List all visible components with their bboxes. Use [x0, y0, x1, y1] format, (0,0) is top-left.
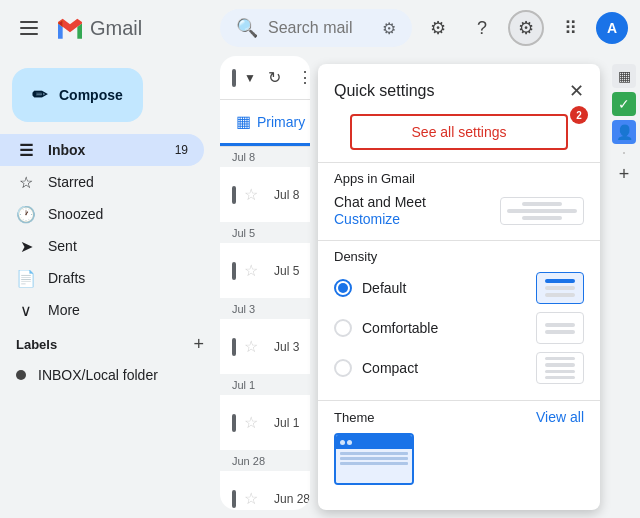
email-row[interactable]: ☆ S... As... Jul 1 [220, 395, 310, 451]
preview-line [545, 363, 575, 366]
sidebar-item-more[interactable]: ∨ More [0, 294, 204, 326]
sliders-icon: ⚙ [430, 17, 446, 39]
email-date: Jun 28 [274, 492, 310, 506]
compose-label: Compose [59, 87, 123, 103]
preview-line [545, 357, 575, 360]
density-label-compact: Compact [362, 360, 418, 376]
star-button[interactable]: ☆ [244, 337, 258, 356]
avatar[interactable]: A [596, 12, 628, 44]
sidebar-item-starred[interactable]: ☆ Starred [0, 166, 204, 198]
theme-preview[interactable] [334, 433, 414, 485]
star-button[interactable]: ☆ [244, 185, 258, 204]
date-group-label: Jul 8 [220, 147, 310, 167]
search-bar[interactable]: 🔍 ⚙ [220, 9, 412, 47]
sidebar-item-snoozed[interactable]: 🕐 Snoozed [0, 198, 204, 230]
toolbar-divider [623, 152, 625, 154]
hamburger-button[interactable] [12, 13, 46, 43]
search-input[interactable] [268, 19, 372, 37]
refresh-button[interactable]: ↻ [264, 64, 285, 91]
density-preview-comfortable [536, 312, 584, 344]
star-button[interactable]: ☆ [244, 489, 258, 508]
tasks-icon: ✓ [618, 96, 630, 112]
compose-button[interactable]: ✏ Compose [12, 68, 143, 122]
label-name: INBOX/Local folder [38, 367, 158, 383]
tab-primary[interactable]: ▦ Primary [220, 100, 310, 146]
density-option-default[interactable]: Default [334, 272, 584, 304]
pencil-icon: ✏ [32, 84, 47, 106]
star-button[interactable]: ☆ [244, 413, 258, 432]
preview-line [545, 330, 575, 334]
email-row[interactable]: ☆ M... As... Jun 28 [220, 471, 310, 510]
rt-calendar-button[interactable]: ▦ [612, 64, 636, 88]
sidebar-item-drafts[interactable]: 📄 Drafts [0, 262, 204, 294]
density-radio-comfortable[interactable] [334, 319, 352, 337]
filter-icon[interactable]: ⚙ [382, 19, 396, 38]
sidebar-item-sent[interactable]: ➤ Sent [0, 230, 204, 262]
email-row[interactable]: ☆ R... As , Jul 5 [220, 243, 310, 299]
theme-top-bar [336, 435, 412, 449]
preview-line [522, 216, 562, 220]
sidebar: ✏ Compose ☰ Inbox 19 ☆ Starred 🕐 Snoozed… [0, 56, 220, 518]
topbar-right: ⚙ ? ⚙ ⠿ A [420, 10, 628, 46]
see-all-settings-button[interactable]: See all settings [350, 114, 568, 150]
sidebar-item-label: More [48, 302, 188, 318]
help-button[interactable]: ? [464, 10, 500, 46]
label-inbox-local[interactable]: INBOX/Local folder [0, 359, 204, 391]
chevron-down-icon[interactable]: ▼ [244, 71, 256, 85]
gear-icon: ⚙ [518, 17, 534, 39]
contacts-icon: 👤 [616, 124, 633, 140]
email-checkbox[interactable] [232, 490, 236, 508]
email-row[interactable]: ☆ G... I d... Jul 8 [220, 167, 310, 223]
density-radio-default[interactable] [334, 279, 352, 297]
sidebar-item-inbox[interactable]: ☰ Inbox 19 [0, 134, 204, 166]
clock-icon: 🕐 [16, 205, 36, 224]
density-radio-compact[interactable] [334, 359, 352, 377]
rt-contacts-button[interactable]: 👤 [612, 120, 636, 144]
email-checkbox[interactable] [232, 186, 236, 204]
quick-settings-header: Quick settings ✕ [318, 64, 600, 110]
rt-tasks-button[interactable]: ✓ [612, 92, 636, 116]
apps-grid-icon: ⠿ [564, 17, 577, 39]
density-label-default: Default [362, 280, 406, 296]
email-checkbox[interactable] [232, 414, 236, 432]
label-color-dot [16, 370, 26, 380]
sidebar-item-label: Snoozed [48, 206, 188, 222]
email-row[interactable]: ☆ S... ... Jul 3 [220, 319, 310, 375]
chat-meet-left: Chat and Meet Customize [334, 194, 426, 228]
calendar-icon: ▦ [618, 68, 631, 84]
density-option-compact[interactable]: Compact [334, 352, 584, 384]
date-group-label: Jul 3 [220, 299, 310, 319]
preview-line [545, 323, 575, 327]
date-group-label: Jun 28 [220, 451, 310, 471]
rt-add-button[interactable]: + [612, 162, 636, 186]
apps-button[interactable]: ⠿ [552, 10, 588, 46]
density-title: Density [334, 249, 584, 264]
close-button[interactable]: ✕ [569, 80, 584, 102]
view-all-themes-link[interactable]: View all [536, 409, 584, 425]
sidebar-item-label: Sent [48, 238, 188, 254]
apps-in-gmail-section: Apps in Gmail Chat and Meet Customize [318, 162, 600, 240]
topbar-left: Gmail [12, 12, 212, 44]
theme-body [336, 449, 412, 483]
select-all-checkbox[interactable] [232, 69, 236, 87]
theme-section: Theme View all [318, 400, 600, 497]
help-icon: ? [477, 18, 487, 39]
filter-options-button[interactable]: ⚙ [420, 10, 456, 46]
email-date: Jul 3 [274, 340, 299, 354]
add-label-button[interactable]: + [193, 334, 204, 355]
settings-notification-badge: 2 [570, 106, 588, 124]
inbox-icon: ☰ [16, 141, 36, 160]
theme-title: Theme [334, 410, 374, 425]
email-checkbox[interactable] [232, 262, 236, 280]
customize-link[interactable]: Customize [334, 211, 400, 227]
settings-button[interactable]: ⚙ [508, 10, 544, 46]
email-checkbox[interactable] [232, 338, 236, 356]
more-options-button[interactable]: ⋮ [293, 64, 310, 91]
tab-label: Primary [257, 114, 305, 130]
theme-line [340, 457, 408, 460]
preview-line [545, 286, 575, 290]
star-button[interactable]: ☆ [244, 261, 258, 280]
topbar: Gmail 🔍 ⚙ ⚙ ? ⚙ ⠿ A [0, 0, 640, 56]
density-option-comfortable[interactable]: Comfortable [334, 312, 584, 344]
density-section: Density Default Comfortable [318, 240, 600, 400]
